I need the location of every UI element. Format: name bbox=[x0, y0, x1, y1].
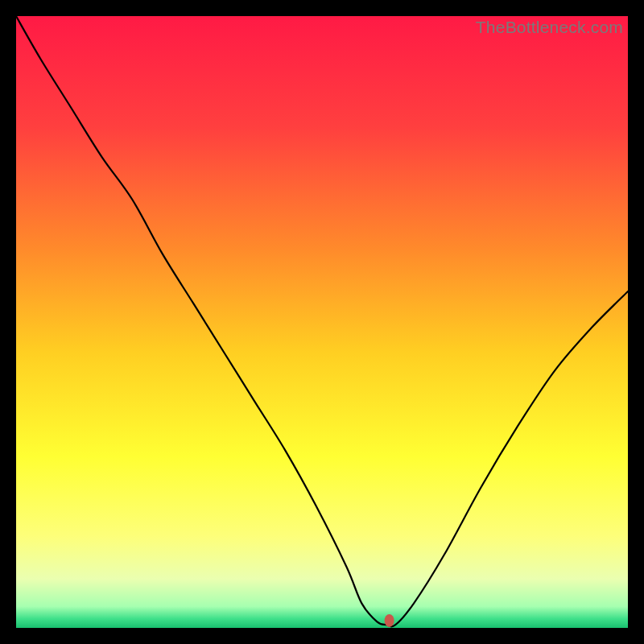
bottleneck-chart bbox=[16, 16, 628, 628]
chart-frame: TheBottleneck.com bbox=[16, 16, 628, 628]
watermark-label: TheBottleneck.com bbox=[476, 18, 623, 37]
gradient-background bbox=[16, 16, 628, 628]
optimal-point-marker bbox=[385, 614, 394, 627]
